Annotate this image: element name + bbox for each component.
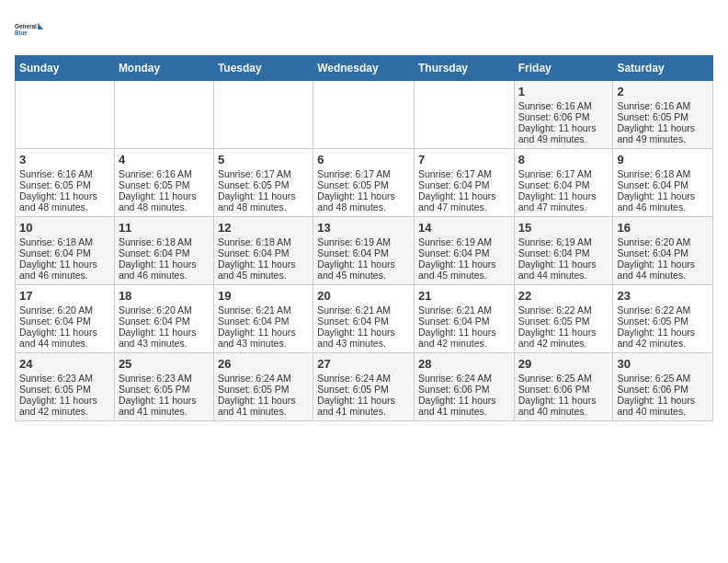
day-info-line: Sunrise: 6:17 AM — [418, 168, 510, 179]
day-info-line: Daylight: 11 hours and 46 minutes. — [617, 190, 709, 213]
calendar-cell: 28Sunrise: 6:24 AMSunset: 6:06 PMDayligh… — [414, 353, 514, 421]
calendar-cell: 9Sunrise: 6:18 AMSunset: 6:04 PMDaylight… — [613, 149, 713, 217]
calendar-week-5: 24Sunrise: 6:23 AMSunset: 6:05 PMDayligh… — [16, 353, 713, 421]
day-info-line: Daylight: 11 hours and 45 minutes. — [418, 259, 510, 281]
weekday-header-sunday: Sunday — [16, 56, 115, 81]
day-info-line: Daylight: 11 hours and 41 minutes. — [317, 395, 410, 417]
day-info-line: Sunrise: 6:22 AM — [617, 304, 709, 316]
calendar-table: SundayMondayTuesdayWednesdayThursdayFrid… — [15, 55, 713, 421]
day-number: 9 — [617, 153, 709, 167]
calendar-cell: 23Sunrise: 6:22 AMSunset: 6:05 PMDayligh… — [613, 285, 713, 353]
calendar-week-2: 3Sunrise: 6:16 AMSunset: 6:05 PMDaylight… — [16, 149, 713, 217]
calendar-cell: 2Sunrise: 6:16 AMSunset: 6:05 PMDaylight… — [613, 81, 713, 149]
day-info-line: Sunset: 6:05 PM — [119, 384, 210, 395]
calendar-week-4: 17Sunrise: 6:20 AMSunset: 6:04 PMDayligh… — [16, 285, 713, 353]
day-info-line: Sunrise: 6:16 AM — [617, 100, 709, 111]
day-info-line: Sunrise: 6:18 AM — [218, 236, 309, 247]
day-info-line: Sunrise: 6:16 AM — [518, 100, 609, 111]
day-info-line: Sunset: 6:04 PM — [418, 316, 510, 327]
calendar-cell: 13Sunrise: 6:19 AMSunset: 6:04 PMDayligh… — [313, 217, 415, 285]
day-info-line: Daylight: 11 hours and 47 minutes. — [418, 190, 510, 213]
calendar-cell — [16, 81, 115, 149]
day-number: 11 — [119, 221, 210, 235]
day-number: 26 — [218, 357, 309, 371]
day-info-line: Daylight: 11 hours and 41 minutes. — [119, 395, 210, 417]
day-info-line: Sunrise: 6:18 AM — [19, 236, 110, 247]
day-info-line: Sunset: 6:05 PM — [218, 179, 309, 190]
day-info-line: Sunrise: 6:25 AM — [518, 373, 609, 384]
calendar-cell: 30Sunrise: 6:25 AMSunset: 6:06 PMDayligh… — [613, 353, 713, 421]
day-info-line: Daylight: 11 hours and 43 minutes. — [119, 327, 210, 349]
calendar-cell: 12Sunrise: 6:18 AMSunset: 6:04 PMDayligh… — [213, 217, 313, 285]
day-info-line: Sunset: 6:04 PM — [218, 247, 309, 259]
svg-marker-2 — [38, 23, 43, 29]
day-number: 21 — [418, 289, 510, 303]
day-number: 25 — [119, 357, 210, 371]
day-info-line: Sunset: 6:05 PM — [518, 316, 609, 327]
day-info-line: Sunrise: 6:20 AM — [617, 236, 709, 247]
day-info-line: Sunrise: 6:21 AM — [317, 304, 410, 316]
day-info-line: Sunset: 6:05 PM — [617, 316, 709, 327]
day-info-line: Sunrise: 6:19 AM — [317, 236, 410, 247]
day-number: 28 — [418, 357, 510, 371]
day-info-line: Sunrise: 6:17 AM — [218, 168, 309, 179]
day-info-line: Sunrise: 6:24 AM — [317, 373, 410, 384]
day-number: 7 — [418, 153, 510, 167]
calendar-cell: 1Sunrise: 6:16 AMSunset: 6:06 PMDaylight… — [514, 81, 613, 149]
day-info-line: Sunset: 6:04 PM — [617, 179, 709, 190]
day-info-line: Sunrise: 6:16 AM — [119, 168, 210, 179]
day-info-line: Daylight: 11 hours and 47 minutes. — [518, 190, 609, 213]
day-info-line: Daylight: 11 hours and 49 minutes. — [518, 122, 609, 144]
day-number: 16 — [617, 221, 709, 235]
day-info-line: Sunset: 6:04 PM — [19, 316, 110, 327]
day-number: 3 — [19, 153, 110, 167]
logo: GeneralBlue — [15, 15, 46, 44]
calendar-cell: 5Sunrise: 6:17 AMSunset: 6:05 PMDaylight… — [213, 149, 313, 217]
day-number: 1 — [518, 85, 609, 98]
day-info-line: Sunrise: 6:17 AM — [317, 168, 410, 179]
calendar-cell: 24Sunrise: 6:23 AMSunset: 6:05 PMDayligh… — [16, 353, 115, 421]
day-info-line: Sunrise: 6:22 AM — [518, 304, 609, 316]
day-info-line: Daylight: 11 hours and 43 minutes. — [317, 327, 410, 349]
calendar-cell: 11Sunrise: 6:18 AMSunset: 6:04 PMDayligh… — [114, 217, 213, 285]
calendar-cell: 6Sunrise: 6:17 AMSunset: 6:05 PMDaylight… — [313, 149, 415, 217]
weekday-header-friday: Friday — [514, 56, 613, 81]
day-info-line: Daylight: 11 hours and 46 minutes. — [19, 259, 110, 281]
day-info-line: Sunset: 6:04 PM — [418, 179, 510, 190]
day-info-line: Sunset: 6:05 PM — [317, 384, 410, 395]
day-number: 17 — [19, 289, 110, 303]
day-info-line: Sunset: 6:04 PM — [19, 247, 110, 259]
calendar-cell: 15Sunrise: 6:19 AMSunset: 6:04 PMDayligh… — [514, 217, 613, 285]
day-info-line: Sunset: 6:04 PM — [317, 247, 410, 259]
day-info-line: Daylight: 11 hours and 41 minutes. — [418, 395, 510, 417]
calendar-cell: 18Sunrise: 6:20 AMSunset: 6:04 PMDayligh… — [114, 285, 213, 353]
day-info-line: Daylight: 11 hours and 43 minutes. — [218, 327, 309, 349]
calendar-cell: 26Sunrise: 6:24 AMSunset: 6:05 PMDayligh… — [213, 353, 313, 421]
day-number: 23 — [617, 289, 709, 303]
day-info-line: Daylight: 11 hours and 42 minutes. — [518, 327, 609, 349]
day-info-line: Sunrise: 6:16 AM — [19, 168, 110, 179]
day-info-line: Sunrise: 6:21 AM — [218, 304, 309, 316]
day-info-line: Sunrise: 6:24 AM — [418, 373, 510, 384]
day-info-line: Daylight: 11 hours and 45 minutes. — [218, 259, 309, 281]
day-info-line: Daylight: 11 hours and 46 minutes. — [119, 259, 210, 281]
day-info-line: Sunrise: 6:25 AM — [617, 373, 709, 384]
day-info-line: Sunset: 6:04 PM — [617, 247, 709, 259]
day-info-line: Daylight: 11 hours and 42 minutes. — [19, 395, 110, 417]
weekday-header-monday: Monday — [114, 56, 213, 81]
day-info-line: Daylight: 11 hours and 44 minutes. — [518, 259, 609, 281]
day-info-line: Sunset: 6:04 PM — [418, 247, 510, 259]
day-number: 30 — [617, 357, 709, 371]
calendar-cell: 29Sunrise: 6:25 AMSunset: 6:06 PMDayligh… — [514, 353, 613, 421]
day-info-line: Sunrise: 6:18 AM — [617, 168, 709, 179]
day-info-line: Daylight: 11 hours and 49 minutes. — [617, 122, 709, 144]
day-info-line: Sunrise: 6:19 AM — [518, 236, 609, 247]
calendar-cell — [313, 81, 415, 149]
day-info-line: Sunset: 6:06 PM — [518, 384, 609, 395]
calendar-cell: 19Sunrise: 6:21 AMSunset: 6:04 PMDayligh… — [213, 285, 313, 353]
calendar-cell: 7Sunrise: 6:17 AMSunset: 6:04 PMDaylight… — [414, 149, 514, 217]
day-info-line: Sunset: 6:04 PM — [518, 247, 609, 259]
calendar-cell: 3Sunrise: 6:16 AMSunset: 6:05 PMDaylight… — [16, 149, 115, 217]
day-number: 19 — [218, 289, 309, 303]
svg-text:Blue: Blue — [15, 29, 28, 36]
